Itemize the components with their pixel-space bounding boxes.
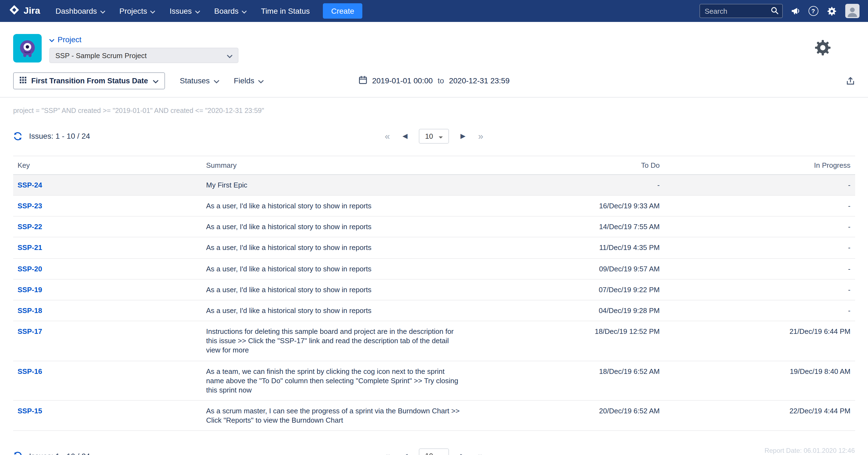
settings-gear-icon[interactable] (826, 6, 837, 16)
page-size-select[interactable]: 10 (419, 449, 449, 455)
report-settings-gear-icon[interactable] (813, 38, 832, 59)
statuses-dropdown[interactable]: Statuses (180, 76, 219, 85)
project-picker-label: Project (58, 35, 82, 44)
issue-key-link[interactable]: SSP-15 (18, 407, 42, 415)
issue-summary: My First Epic (202, 175, 466, 195)
prev-page-button[interactable]: ◀ (402, 131, 409, 140)
issue-todo-date: 14/Dec/19 7:55 AM (489, 217, 664, 237)
issue-todo-date: 04/Dec/19 9:28 PM (489, 300, 664, 321)
project-select-value: SSP - Sample Scrum Project (55, 51, 147, 59)
table-row: SSP-23 As a user, I'd like a historical … (13, 196, 855, 216)
issue-key-link[interactable]: SSP-19 (18, 285, 42, 294)
refresh-icon[interactable] (13, 451, 23, 455)
report-type-label: First Transition From Status Date (31, 77, 148, 85)
report-type-button[interactable]: First Transition From Status Date (13, 72, 165, 89)
issue-inprogress-date: - (664, 196, 855, 216)
statuses-label: Statuses (180, 76, 210, 85)
issue-inprogress-date: 22/Dec/19 4:44 PM (664, 401, 855, 431)
issue-key-cell: SSP-18 (13, 300, 202, 321)
issue-summary: As a user, I'd like a historical story t… (202, 196, 466, 216)
next-page-button[interactable]: ▶ (459, 452, 466, 455)
nav-item-projects[interactable]: Projects (120, 7, 155, 16)
issue-key-link[interactable]: SSP-22 (18, 223, 42, 231)
table-row: SSP-19 As a user, I'd like a historical … (13, 280, 855, 300)
nav-item-label: Boards (214, 7, 239, 16)
first-page-button[interactable]: « (384, 130, 391, 142)
nav-item-label: Time in Status (261, 7, 310, 16)
issue-inprogress-date: 19/Dec/19 8:40 AM (664, 361, 855, 400)
nav-item-time-in-status[interactable]: Time in Status (261, 7, 310, 16)
chevron-down-icon (49, 35, 54, 44)
last-page-button[interactable]: » (477, 130, 484, 142)
issue-inprogress-date: - (664, 280, 855, 300)
project-avatar (13, 34, 42, 62)
issue-key-cell: SSP-16 (13, 361, 202, 400)
fields-label: Fields (234, 76, 254, 85)
issue-todo-date: 20/Dec/19 6:52 AM (489, 401, 664, 431)
column-header-inprogress: In Progress (664, 156, 855, 174)
issue-summary: As a scrum master, I can see the progres… (202, 401, 466, 431)
table-row: SSP-15 As a scrum master, I can see the … (13, 401, 855, 431)
issue-key-link[interactable]: SSP-23 (18, 202, 42, 210)
grid-icon (20, 77, 26, 85)
chevron-down-icon (153, 77, 158, 85)
page-size-value: 10 (425, 132, 433, 140)
nav-item-issues[interactable]: Issues (169, 7, 200, 16)
issue-key-link[interactable]: SSP-16 (18, 367, 42, 375)
chevron-down-icon (242, 7, 247, 16)
jira-logo[interactable]: Jira (9, 4, 40, 18)
issue-todo-date: 07/Dec/19 9:22 PM (489, 280, 664, 300)
table-row: SSP-18 As a user, I'd like a historical … (13, 300, 855, 321)
export-icon[interactable] (845, 76, 855, 85)
issues-bar-bottom: Issues: 1 - 10 / 24 « ◀ 10 ▶ » Report Da… (0, 446, 868, 455)
column-header-summary: Summary (202, 156, 489, 174)
table-row: SSP-21 As a user, I'd like a historical … (13, 238, 855, 259)
issue-summary: As a user, I'd like a historical story t… (202, 217, 466, 237)
issues-table: Key Summary To Do In Progress SSP-24 My … (13, 156, 855, 431)
nav-item-dashboards[interactable]: Dashboards (56, 7, 105, 16)
issue-summary: As a user, I'd like a historical story t… (202, 238, 466, 258)
search-icon[interactable] (770, 7, 779, 17)
last-page-button[interactable]: » (477, 450, 484, 455)
date-from-value[interactable]: 2019-01-01 00:00 (372, 76, 433, 85)
chevron-down-icon (438, 132, 443, 140)
nav-item-label: Projects (120, 7, 147, 16)
first-page-button[interactable]: « (384, 450, 391, 455)
issue-key-link[interactable]: SSP-20 (18, 265, 42, 273)
prev-page-button[interactable]: ◀ (402, 452, 409, 455)
issue-todo-date: 18/Dec/19 12:52 PM (489, 321, 664, 360)
project-picker-toggle[interactable]: Project (49, 34, 239, 48)
create-button[interactable]: Create (323, 3, 362, 19)
issue-key-cell: SSP-24 (13, 175, 202, 195)
nav-item-boards[interactable]: Boards (214, 7, 247, 16)
pager-top: « ◀ 10 ▶ » (384, 128, 485, 143)
issue-key-link[interactable]: SSP-21 (18, 244, 42, 252)
issue-inprogress-date: - (664, 300, 855, 321)
calendar-icon[interactable] (359, 75, 367, 86)
issues-count-label: Issues: 1 - 10 / 24 (29, 452, 90, 455)
next-page-button[interactable]: ▶ (459, 131, 466, 140)
refresh-icon[interactable] (13, 131, 23, 141)
fields-dropdown[interactable]: Fields (234, 76, 264, 85)
chevron-down-icon (214, 76, 219, 85)
table-header: Key Summary To Do In Progress (13, 156, 855, 175)
issue-inprogress-date: - (664, 259, 855, 279)
issue-key-link[interactable]: SSP-18 (18, 306, 42, 315)
issue-todo-date: 11/Dec/19 4:35 PM (489, 238, 664, 258)
page-size-select[interactable]: 10 (419, 128, 449, 143)
chevron-down-icon (100, 7, 105, 16)
issue-key-cell: SSP-15 (13, 401, 202, 431)
date-separator: to (438, 76, 444, 85)
search-input[interactable] (699, 4, 782, 18)
issue-key-link[interactable]: SSP-17 (18, 327, 42, 335)
date-to-value[interactable]: 2020-12-31 23:59 (449, 76, 509, 85)
user-avatar[interactable] (845, 4, 859, 18)
issue-key-link[interactable]: SSP-24 (18, 181, 42, 189)
chevron-down-icon (151, 7, 155, 16)
help-icon[interactable]: ? (808, 6, 818, 16)
nav-item-label: Dashboards (56, 7, 97, 16)
announcements-icon[interactable] (791, 7, 800, 16)
nav-menu: Dashboards Projects Issues Boards Time i… (56, 7, 310, 16)
project-select[interactable]: SSP - Sample Scrum Project (49, 48, 239, 63)
report-toolbar: First Transition From Status Date Status… (0, 72, 868, 89)
